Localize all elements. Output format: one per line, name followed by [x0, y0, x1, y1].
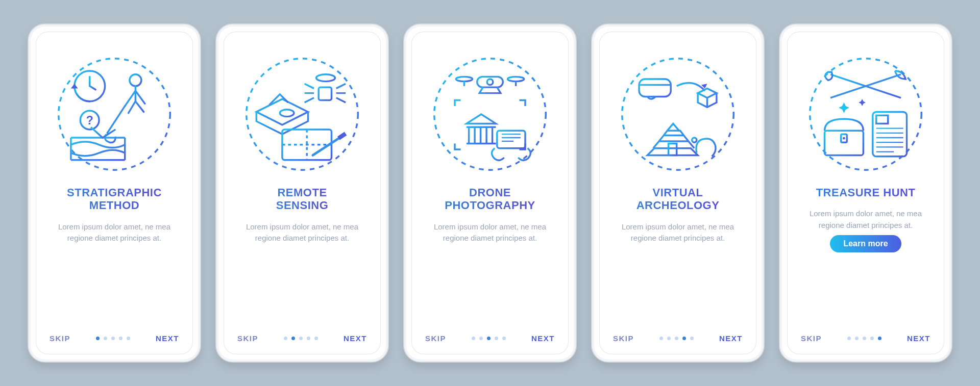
stratigraphic-icon: ?: [56, 56, 173, 173]
skip-button[interactable]: SKIP: [237, 334, 258, 343]
onboarding-description: Lorem ipsum dolor amet, ne mea regione d…: [53, 221, 176, 244]
svg-point-9: [316, 74, 335, 82]
dot: [111, 337, 115, 340]
dot: [104, 337, 107, 340]
onboarding-screen: Drone photography Lorem ipsum dolor amet…: [411, 32, 569, 354]
onboarding-footer: SKIP NEXT: [423, 334, 557, 343]
onboarding-description: Lorem ipsum dolor amet, ne mea regione d…: [429, 221, 551, 244]
phone-mockup: Drone photography Lorem ipsum dolor amet…: [403, 23, 577, 363]
next-button[interactable]: NEXT: [344, 334, 367, 343]
svg-point-14: [456, 76, 472, 81]
dot: [127, 337, 130, 340]
dot: [682, 337, 686, 340]
svg-rect-20: [669, 144, 677, 156]
dot: [690, 337, 694, 340]
dot: [667, 337, 671, 340]
onboarding-description: Lorem ipsum dolor amet, ne mea regione d…: [804, 208, 927, 231]
dot: [675, 337, 678, 340]
phone-mockup: Treasure hunt Lorem ipsum dolor amet, ne…: [779, 23, 952, 363]
next-button[interactable]: NEXT: [907, 334, 930, 343]
onboarding-screen: ? Stratigraphic method Lorem ipsum dolor…: [36, 32, 193, 354]
svg-point-25: [843, 137, 845, 140]
skip-button[interactable]: SKIP: [613, 334, 634, 343]
dot: [307, 337, 310, 340]
onboarding-footer: SKIP NEXT: [47, 334, 181, 343]
virtual-arch-icon: [619, 56, 737, 173]
svg-rect-27: [876, 115, 888, 123]
pagination-dots: [847, 337, 881, 340]
pagination-dots: [659, 337, 694, 340]
phone-mockup: Virtual archeology Lorem ipsum dolor ame…: [591, 23, 765, 363]
treasure-icon: [807, 56, 924, 173]
onboarding-footer: SKIP NEXT: [235, 334, 369, 343]
onboarding-title: Remote sensing: [276, 186, 329, 212]
drone-icon: [431, 56, 549, 173]
dot: [472, 337, 475, 340]
svg-point-21: [692, 138, 697, 142]
onboarding-footer: SKIP NEXT: [611, 334, 745, 343]
onboarding-title: Treasure hunt: [816, 186, 916, 199]
svg-point-0: [59, 59, 170, 170]
skip-button[interactable]: SKIP: [50, 334, 70, 343]
skip-button[interactable]: SKIP: [425, 334, 446, 343]
dot: [502, 337, 506, 340]
onboarding-title: Stratigraphic method: [67, 186, 162, 212]
dot: [659, 337, 663, 340]
dot: [299, 337, 303, 340]
next-button[interactable]: NEXT: [531, 334, 555, 343]
dot: [479, 337, 483, 340]
svg-point-11: [434, 59, 546, 170]
onboarding-title: Drone photography: [445, 186, 535, 212]
dot: [878, 337, 881, 340]
svg-point-5: [130, 74, 141, 86]
svg-point-7: [280, 110, 294, 117]
phone-mockup: Remote sensing Lorem ipsum dolor amet, n…: [215, 23, 389, 363]
dot: [284, 337, 287, 340]
onboarding-screen: Virtual archeology Lorem ipsum dolor ame…: [599, 32, 756, 354]
dot: [119, 337, 122, 340]
svg-point-13: [487, 79, 493, 85]
pagination-dots: [284, 337, 318, 340]
onboarding-screen: Remote sensing Lorem ipsum dolor amet, n…: [224, 32, 381, 354]
phone-mockup: ? Stratigraphic method Lorem ipsum dolor…: [28, 23, 201, 363]
onboarding-screen: Treasure hunt Lorem ipsum dolor amet, ne…: [787, 32, 944, 354]
onboarding-footer: SKIP NEXT: [799, 334, 933, 343]
onboarding-description: Lorem ipsum dolor amet, ne mea regione d…: [617, 221, 739, 244]
svg-rect-16: [497, 131, 525, 148]
dot: [870, 337, 874, 340]
next-button[interactable]: NEXT: [156, 334, 179, 343]
svg-rect-8: [318, 87, 331, 100]
dot: [291, 337, 295, 340]
onboarding-title: Virtual archeology: [636, 186, 720, 212]
pagination-dots: [96, 337, 130, 340]
svg-point-15: [508, 76, 524, 81]
svg-text:?: ?: [86, 114, 93, 127]
svg-marker-2: [71, 84, 78, 88]
skip-button[interactable]: SKIP: [801, 334, 822, 343]
dot: [495, 337, 498, 340]
onboarding-description: Lorem ipsum dolor amet, ne mea regione d…: [241, 221, 363, 244]
dot: [847, 337, 851, 340]
learn-more-button[interactable]: Learn more: [830, 235, 901, 252]
remote-sensing-icon: [243, 56, 361, 173]
svg-rect-18: [639, 79, 671, 97]
dot: [863, 337, 866, 340]
dot: [314, 337, 318, 340]
dot: [855, 337, 859, 340]
svg-point-17: [622, 59, 734, 170]
next-button[interactable]: NEXT: [719, 334, 743, 343]
dot: [487, 337, 491, 340]
dot: [96, 337, 100, 340]
svg-rect-26: [873, 112, 907, 156]
pagination-dots: [472, 337, 506, 340]
